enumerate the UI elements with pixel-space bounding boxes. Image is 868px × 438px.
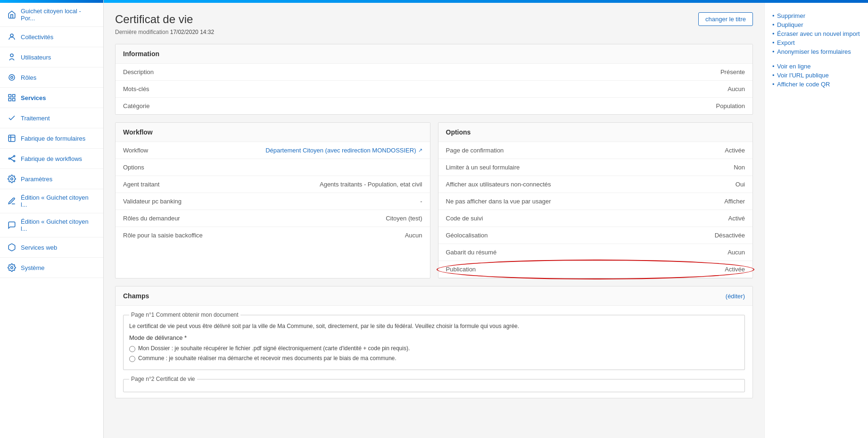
options-afficher-row: Afficher aux utilisateurs non-connectés … [438, 176, 753, 193]
role-saisie-label: Rôle pour la saisie backoffice [123, 232, 203, 239]
sidebar-item-roles[interactable]: Rôles [0, 67, 103, 88]
supprimer-link[interactable]: Supprimer [772, 12, 860, 19]
roles-icon [7, 72, 17, 83]
roles-demandeur-label: Rôles du demandeur [123, 215, 180, 222]
sidebar-item-label: Utilisateurs [21, 54, 51, 61]
sidebar-item-collectivites[interactable]: Collectivités [0, 27, 103, 47]
sidebar-item-label: Rôles [21, 74, 36, 81]
radio-input-1[interactable] [129, 346, 135, 352]
sidebar-item-edition-1[interactable]: Édition « Guichet citoyen l... [0, 189, 103, 213]
traitement-icon [7, 113, 17, 123]
sidebar-item-label: Services [21, 94, 46, 101]
champs-edit-link[interactable]: (éditer) [726, 293, 745, 300]
sidebar-item-parametres[interactable]: Paramètres [0, 169, 103, 189]
sidebar-item-utilisateurs[interactable]: Utilisateurs [0, 47, 103, 67]
champs-card: Champs (éditer) Page n°1 Comment obtenir… [115, 286, 753, 398]
page1-field-label: Mode de délivrance * [129, 334, 739, 341]
center-panel: Certificat de vie changer le titre Derni… [104, 3, 764, 438]
ecraser-link[interactable]: Écraser avec un nouvel import [772, 30, 860, 37]
options-geolocalisation-row: Géolocalisation Désactivée [438, 227, 753, 244]
sidebar-item-edition-2[interactable]: Édition « Guichet citoyen l... [0, 213, 103, 237]
validateur-label: Validateur pc banking [123, 198, 182, 205]
information-card-header: Information [116, 44, 752, 64]
sidebar-item-label: Traitement [21, 115, 50, 122]
svg-rect-6 [8, 99, 11, 101]
workflow-link[interactable]: Département Citoyen (avec redirection MO… [265, 147, 422, 154]
systeme-icon [7, 262, 17, 273]
right-panel: Supprimer Dupliquer Écraser avec un nouv… [764, 3, 868, 438]
anonymiser-link[interactable]: Anonymiser les formulaires [772, 48, 860, 55]
champs-page1: Page n°1 Comment obtenir mon document Le… [123, 312, 745, 370]
workflow-label: Workflow [123, 147, 148, 154]
svg-rect-5 [13, 94, 15, 97]
mots-cles-label: Mots-clés [123, 85, 149, 93]
champs-page2: Page n°2 Certificat de vie [123, 376, 745, 392]
sidebar-item-label: Guichet citoyen local - Por... [21, 8, 97, 22]
radio-input-2[interactable] [129, 356, 135, 362]
voir-en-ligne-link[interactable]: Voir en ligne [772, 63, 860, 70]
svg-line-14 [10, 157, 14, 159]
sidebar-item-label: Fabrique de workflows [21, 155, 82, 162]
right-panel-links: Voir en ligne Voir l'URL publique Affich… [772, 63, 860, 88]
role-saisie-value: Aucun [405, 232, 422, 239]
options-nepasafficher-row: Ne pas afficher dans la vue par usager A… [438, 193, 753, 210]
qr-code-link[interactable]: Afficher le code QR [772, 81, 860, 88]
last-modified: Dernière modification 17/02/2020 14:32 [115, 29, 753, 35]
sidebar-item-fabrique-formulaires[interactable]: Fabrique de formulaires [0, 128, 103, 149]
workflow-card: Workflow Workflow Département Citoyen (a… [115, 122, 430, 278]
export-link[interactable]: Export [772, 39, 860, 46]
sidebar-item-label: Édition « Guichet citoyen l... [21, 194, 97, 208]
collectivites-icon [7, 32, 17, 42]
svg-point-0 [10, 34, 13, 37]
categorie-row: Catégorie Population [116, 98, 752, 114]
services-web-icon [7, 242, 17, 253]
workflow-options-label: Options [123, 164, 144, 171]
publication-row: Publication Activée [438, 261, 753, 278]
sidebar-item-label: Système [21, 264, 45, 271]
svg-point-2 [9, 75, 15, 80]
svg-line-15 [10, 159, 14, 161]
services-icon [7, 93, 17, 103]
roles-demandeur-value: Citoyen (test) [386, 215, 422, 222]
publication-value: Activée [725, 266, 745, 273]
sidebar-item-label: Collectivités [21, 34, 53, 41]
change-title-button[interactable]: changer le titre [698, 12, 753, 26]
fabrique-formulaires-icon [7, 133, 17, 143]
agent-value: Agents traitants - Population, etat civi… [320, 181, 422, 188]
sidebar-item-label: Paramètres [21, 176, 52, 183]
sidebar-item-guichet[interactable]: Guichet citoyen local - Por... [0, 3, 103, 27]
description-label: Description [123, 68, 154, 76]
sidebar-item-fabrique-workflows[interactable]: Fabrique de workflows [0, 149, 103, 169]
voir-url-link[interactable]: Voir l'URL publique [772, 72, 860, 79]
workflow-options-row: Workflow Workflow Département Citoyen (a… [115, 122, 753, 278]
options-gabarit-row: Gabarit du résumé Aucun [438, 244, 753, 261]
validateur-value: - [420, 198, 422, 205]
dupliquer-link[interactable]: Dupliquer [772, 21, 860, 28]
sidebar-item-services-web[interactable]: Services web [0, 237, 103, 258]
radio-label-1: Mon Dossier : je souhaite récupérer le f… [138, 345, 410, 352]
svg-point-3 [11, 76, 13, 79]
main-area: Certificat de vie changer le titre Derni… [104, 0, 868, 438]
sidebar-item-systeme[interactable]: Système [0, 258, 103, 278]
categorie-label: Catégorie [123, 102, 149, 110]
page1-legend: Page n°1 Comment obtenir mon document [129, 312, 240, 318]
page-header: Certificat de vie changer le titre [115, 12, 753, 26]
page1-description: Le certificat de vie peut vous être déli… [129, 323, 739, 329]
fabrique-workflows-icon [7, 153, 17, 164]
sidebar-item-label: Édition « Guichet citoyen l... [21, 218, 97, 232]
sidebar-item-label: Services web [21, 244, 57, 251]
workflow-card-header: Workflow [116, 123, 430, 142]
external-link-icon: ↗ [418, 147, 422, 153]
parametres-icon [7, 174, 17, 184]
sidebar-item-traitement[interactable]: Traitement [0, 108, 103, 128]
svg-point-11 [8, 158, 10, 160]
workflow-validateur-row: Validateur pc banking - [116, 193, 430, 210]
workflow-role-saisie-row: Rôle pour la saisie backoffice Aucun [116, 227, 430, 244]
utilisateurs-icon [7, 52, 17, 62]
page-title: Certificat de vie [115, 13, 193, 26]
sidebar-item-services[interactable]: Services [0, 88, 103, 108]
mots-cles-value: Aucun [727, 85, 745, 93]
options-card-header: Options [438, 123, 753, 142]
options-limiter-row: Limiter à un seul formulaire Non [438, 159, 753, 176]
page2-legend: Page n°2 Certificat de vie [129, 376, 197, 382]
